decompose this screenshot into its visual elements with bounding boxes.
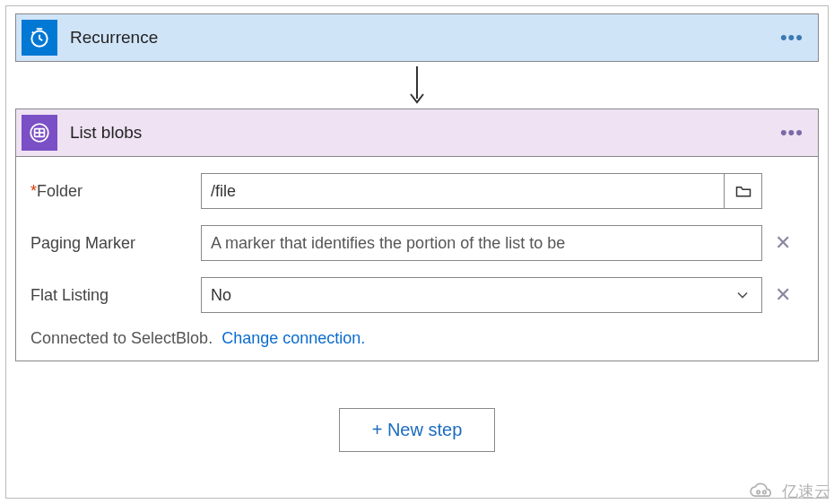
- recurrence-card[interactable]: Recurrence •••: [15, 13, 819, 62]
- more-icon[interactable]: •••: [777, 121, 807, 144]
- designer-canvas: Recurrence ••• List blobs •••: [5, 5, 829, 499]
- flat-listing-value: No: [202, 278, 724, 312]
- connection-line: Connected to SelectBlob. Change connecti…: [30, 329, 804, 348]
- recurrence-header: Recurrence •••: [16, 14, 818, 61]
- list-blobs-header[interactable]: List blobs •••: [16, 109, 818, 157]
- svg-point-7: [763, 491, 766, 493]
- storage-icon: [22, 115, 57, 151]
- folder-row: *Folder: [30, 173, 804, 209]
- list-blobs-title: List blobs: [70, 123, 777, 143]
- svg-point-6: [757, 491, 760, 493]
- folder-input[interactable]: [202, 174, 724, 208]
- close-icon: ✕: [775, 283, 791, 307]
- more-icon[interactable]: •••: [777, 26, 807, 49]
- folder-input-wrap: [201, 173, 762, 209]
- clock-icon: [22, 20, 57, 56]
- connection-text: Connected to SelectBlob.: [30, 329, 213, 347]
- paging-marker-input[interactable]: [202, 226, 761, 260]
- list-blobs-body: *Folder Paging Marker: [16, 157, 818, 361]
- chevron-down-icon: [734, 286, 751, 304]
- watermark-text: 亿速云: [782, 481, 830, 502]
- cloud-icon: [746, 482, 777, 501]
- new-step-wrap: + New step: [15, 408, 819, 452]
- paging-marker-input-wrap: [201, 225, 762, 261]
- recurrence-title: Recurrence: [70, 28, 777, 48]
- paging-marker-label: Paging Marker: [30, 234, 201, 253]
- folder-label: *Folder: [30, 182, 201, 201]
- flat-listing-row: Flat Listing No ✕: [30, 277, 804, 313]
- flat-listing-select-wrap[interactable]: No: [201, 277, 762, 313]
- list-blobs-card: List blobs ••• *Folder: [15, 109, 819, 361]
- flat-listing-clear-button[interactable]: ✕: [762, 283, 804, 307]
- folder-picker-button[interactable]: [724, 174, 761, 208]
- paging-marker-row: Paging Marker ✕: [30, 225, 804, 261]
- change-connection-link[interactable]: Change connection.: [222, 329, 365, 347]
- flat-listing-dropdown-button[interactable]: [724, 278, 761, 312]
- watermark: 亿速云: [746, 481, 830, 502]
- folder-icon: [734, 182, 752, 200]
- paging-marker-clear-button[interactable]: ✕: [762, 231, 804, 255]
- close-icon: ✕: [775, 231, 791, 255]
- flat-listing-label: Flat Listing: [30, 286, 201, 305]
- flow-arrow: [15, 62, 819, 109]
- new-step-button[interactable]: + New step: [339, 408, 496, 452]
